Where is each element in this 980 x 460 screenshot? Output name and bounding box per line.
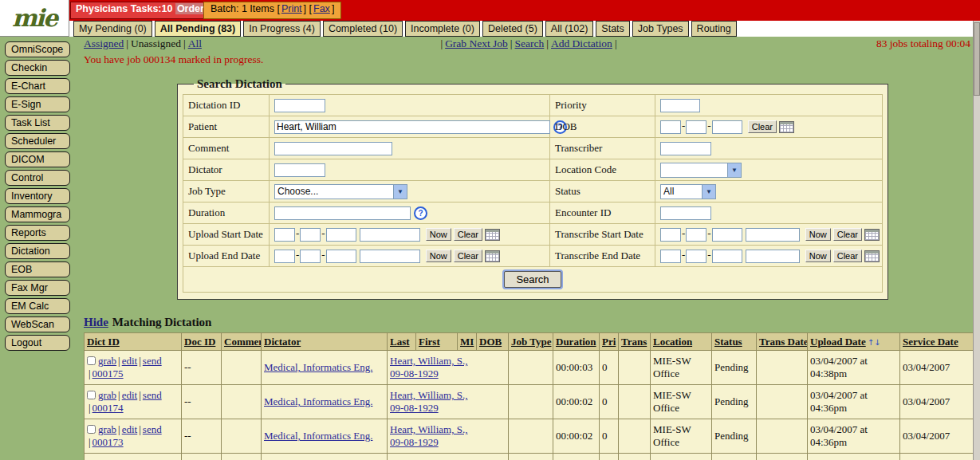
tab-my-pending[interactable]: My Pending (0) — [73, 21, 152, 37]
col-dictator[interactable]: Dictator — [264, 336, 301, 348]
dict-id-link[interactable]: 000175 — [92, 368, 124, 379]
tab-all-pending[interactable]: All Pending (83) — [155, 21, 241, 37]
grab-next-job-link[interactable]: Grab Next Job — [445, 37, 508, 49]
grab-link[interactable]: grab — [98, 423, 116, 435]
tab-stats[interactable]: Stats — [596, 21, 630, 37]
sidebar-item-eob[interactable]: EOB — [5, 261, 70, 277]
calendar-icon[interactable] — [864, 229, 880, 241]
transcribe-end-now-button[interactable]: Now — [805, 250, 831, 262]
upload-end-month-input[interactable] — [274, 250, 295, 263]
dictator-link[interactable]: Medical, Informatics Eng. — [264, 395, 372, 407]
col-last[interactable]: Last — [390, 336, 410, 348]
upload-start-year-input[interactable] — [326, 228, 356, 242]
upload-end-now-button[interactable]: Now — [426, 250, 451, 262]
tasks-count[interactable]: Tasks:10 — [131, 3, 173, 14]
sidebar-item-inventory[interactable]: Inventory — [5, 188, 70, 204]
send-link[interactable]: send — [143, 355, 162, 367]
col-mi[interactable]: MI — [460, 336, 474, 348]
transcribe-end-clear-button[interactable]: Clear — [833, 250, 862, 262]
col-status[interactable]: Status — [714, 336, 742, 348]
status-select[interactable]: All▼ — [660, 184, 716, 199]
transcribe-end-year-input[interactable] — [712, 250, 742, 263]
calendar-icon[interactable] — [485, 250, 500, 262]
col-job-type[interactable]: Job Type — [511, 336, 551, 348]
location-code-select[interactable]: ▼ — [660, 163, 742, 178]
add-dictation-link[interactable]: Add Dictation — [551, 37, 612, 49]
patient-input[interactable] — [274, 120, 550, 134]
transcribe-start-day-input[interactable] — [686, 228, 706, 242]
dob-month-input[interactable] — [660, 120, 681, 134]
col-service-date[interactable]: Service Date — [903, 336, 958, 348]
transcribe-start-clear-button[interactable]: Clear — [833, 228, 862, 241]
tab-incomplete[interactable]: Incomplete (0) — [405, 21, 480, 37]
sidebar-item-logout[interactable]: Logout — [5, 335, 70, 351]
row-checkbox[interactable] — [87, 391, 96, 399]
sidebar-item-task-list[interactable]: Task List — [5, 115, 70, 131]
upload-end-time-input[interactable] — [360, 250, 420, 263]
upload-start-month-input[interactable] — [274, 228, 295, 242]
col-first[interactable]: First — [419, 336, 440, 348]
sidebar-item-reports[interactable]: Reports — [5, 225, 70, 241]
grab-link[interactable]: grab — [98, 389, 116, 401]
upload-end-day-input[interactable] — [300, 250, 321, 263]
upload-start-clear-button[interactable]: Clear — [454, 228, 482, 241]
duration-input[interactable] — [274, 206, 411, 220]
row-checkbox[interactable] — [87, 425, 96, 434]
tab-all[interactable]: All (102) — [545, 21, 594, 37]
edit-link[interactable]: edit — [122, 389, 138, 401]
sidebar-item-dictation[interactable]: Dictation — [5, 243, 70, 259]
calendar-icon[interactable] — [485, 229, 500, 241]
sidebar-item-scheduler[interactable]: Scheduler — [5, 133, 70, 149]
sidebar-item-echart[interactable]: E-Chart — [5, 78, 70, 94]
tab-in-progress[interactable]: In Progress (4) — [243, 21, 321, 37]
calendar-icon[interactable] — [779, 121, 794, 133]
col-trans[interactable]: Trans — [621, 336, 647, 348]
sidebar-item-omniscope[interactable]: OmniScope — [5, 41, 70, 57]
sidebar-item-webscan[interactable]: WebScan — [5, 316, 70, 332]
transcribe-end-day-input[interactable] — [686, 250, 706, 263]
patient-link[interactable]: Heart, William, S.,09-08-1929 — [390, 389, 506, 415]
sidebar-item-checkin[interactable]: Checkin — [5, 60, 70, 76]
search-link[interactable]: Search — [515, 37, 545, 49]
upload-start-time-input[interactable] — [360, 228, 420, 242]
transcribe-start-year-input[interactable] — [712, 228, 742, 242]
upload-start-day-input[interactable] — [300, 228, 321, 242]
col-doc-id[interactable]: Doc ID — [184, 336, 215, 348]
sidebar-item-mammography[interactable]: Mammogra — [5, 206, 70, 222]
hide-link[interactable]: Hide — [84, 316, 108, 328]
vertical-scrollbar[interactable] — [973, 21, 980, 460]
dict-id-link[interactable]: 000173 — [92, 436, 124, 448]
send-link[interactable]: send — [143, 389, 162, 401]
upload-end-clear-button[interactable]: Clear — [454, 250, 482, 262]
dictator-input[interactable] — [274, 163, 325, 177]
transcribe-start-month-input[interactable] — [660, 228, 681, 242]
dictator-link[interactable]: Medical, Informatics Eng. — [264, 361, 372, 373]
dictation-id-input[interactable] — [274, 99, 325, 112]
print-link[interactable]: Print — [281, 3, 302, 14]
col-dict-id[interactable]: Dict ID — [87, 336, 120, 348]
upload-start-now-button[interactable]: Now — [426, 228, 451, 241]
tab-job-types[interactable]: Job Types — [632, 21, 689, 37]
send-link[interactable]: send — [143, 423, 162, 435]
edit-link[interactable]: edit — [122, 423, 138, 435]
col-dob[interactable]: DOB — [479, 336, 502, 348]
mie-logo[interactable]: mie — [0, 0, 69, 37]
row-checkbox[interactable] — [87, 356, 96, 365]
sidebar-item-control[interactable]: Control — [5, 170, 70, 186]
calendar-icon[interactable] — [864, 250, 880, 262]
sort-icon[interactable]: ↑↓ — [868, 338, 881, 347]
tab-deleted[interactable]: Deleted (5) — [482, 21, 543, 37]
sidebar-item-dicom[interactable]: DICOM — [5, 151, 70, 167]
transcriber-input[interactable] — [660, 142, 711, 155]
transcribe-end-time-input[interactable] — [746, 250, 800, 263]
col-upload-date[interactable]: Upload Date — [810, 336, 866, 348]
job-type-select[interactable]: Choose...▼ — [274, 184, 407, 199]
col-comment[interactable]: Comment — [224, 336, 262, 348]
grab-link[interactable]: grab — [98, 355, 116, 367]
transcribe-start-time-input[interactable] — [746, 228, 800, 242]
comment-input[interactable] — [274, 142, 392, 155]
upload-end-year-input[interactable] — [326, 250, 356, 263]
sidebar-item-fax-mgr[interactable]: Fax Mgr — [5, 280, 70, 296]
dob-day-input[interactable] — [686, 120, 706, 134]
sidebar-item-em-calc[interactable]: EM Calc — [5, 298, 70, 314]
